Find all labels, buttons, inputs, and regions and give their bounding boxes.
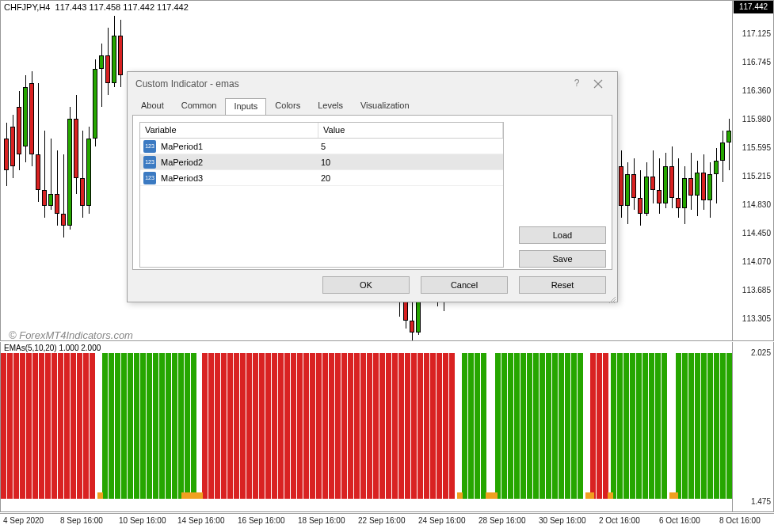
load-button[interactable]: Load — [519, 226, 606, 244]
indicator-bar — [284, 353, 290, 499]
resize-grip-icon[interactable] — [608, 292, 616, 300]
input-row[interactable]: 123MaPeriod210 — [140, 154, 503, 170]
input-row[interactable]: 123MaPeriod15 — [140, 139, 503, 154]
chart-symbol-label: CHFJPY,H4 117.443 117.458 117.442 117.44… — [4, 2, 189, 12]
indicator-small-bar — [589, 492, 594, 499]
input-variable: MaPeriod3 — [159, 173, 318, 183]
tab-inputs[interactable]: Inputs — [225, 98, 266, 116]
col-value: Value — [318, 123, 503, 138]
indicator-bar — [134, 353, 139, 499]
price-tick: 116.360 — [742, 86, 771, 95]
indicator-bars — [1, 353, 733, 499]
indicator-bar — [527, 353, 532, 499]
indicator-bar — [649, 353, 654, 499]
time-tick: 30 Sep 16:00 — [539, 516, 586, 525]
indicator-bar — [540, 353, 545, 499]
indicator-bar — [221, 353, 227, 499]
indicator-bar — [642, 353, 648, 499]
indicator-bar — [310, 353, 315, 499]
indicator-bar — [379, 353, 385, 499]
indicator-bar — [662, 353, 667, 499]
col-variable: Variable — [140, 123, 318, 138]
tab-colors[interactable]: Colors — [266, 97, 309, 115]
time-tick: 8 Oct 16:00 — [719, 516, 761, 525]
input-row[interactable]: 123MaPeriod320 — [140, 170, 503, 186]
indicator-bar — [246, 353, 252, 499]
indicator-bar — [514, 353, 520, 499]
indicator-bar — [64, 353, 70, 499]
indicator-bar — [688, 353, 694, 499]
indicator-bar — [90, 353, 95, 499]
cancel-button[interactable]: Cancel — [421, 276, 508, 294]
watermark-text: © ForexMT4Indicators.com — [9, 329, 133, 341]
indicator-bar — [720, 353, 726, 499]
time-tick: 6 Oct 16:00 — [659, 516, 700, 525]
indicator-tick: 1.475 — [751, 497, 771, 506]
time-tick: 16 Sep 16:00 — [238, 516, 285, 525]
tab-common[interactable]: Common — [173, 97, 226, 115]
indicator-bar — [26, 353, 32, 499]
time-tick: 2 Oct 16:00 — [599, 516, 640, 525]
indicator-bar — [559, 353, 564, 499]
save-button[interactable]: Save — [519, 250, 606, 268]
number-icon: 123 — [143, 140, 156, 153]
indicator-bar — [475, 353, 480, 499]
dialog-title: Custom Indicator - emas — [135, 78, 239, 89]
indicator-bar — [578, 353, 583, 499]
input-value[interactable]: 10 — [318, 158, 503, 167]
indicator-bar — [707, 353, 713, 499]
indicator-bar — [272, 353, 277, 499]
indicator-bar — [611, 353, 616, 499]
indicator-bar — [726, 353, 732, 499]
indicator-bar — [590, 353, 596, 499]
indicator-label: EMAs(5,10,20) 1.000 2.000 — [4, 344, 101, 352]
time-axis: 4 Sep 20208 Sep 16:0010 Sep 16:0014 Sep … — [0, 513, 774, 530]
indicator-bar — [58, 353, 63, 499]
indicator-bar — [1, 353, 6, 499]
indicator-bar — [623, 353, 629, 499]
indicator-bar — [202, 353, 208, 499]
help-button[interactable]: ? — [570, 78, 584, 92]
indicator-bar — [360, 353, 366, 499]
indicator-bar — [411, 353, 417, 499]
indicator-bar — [172, 353, 177, 499]
indicator-bar — [316, 353, 322, 499]
indicator-bar — [508, 353, 513, 499]
indicator-small-bar — [97, 492, 103, 499]
indicator-bar — [166, 353, 171, 499]
indicator-bar — [495, 353, 501, 499]
close-icon[interactable] — [593, 78, 608, 92]
tab-visualization[interactable]: Visualization — [352, 97, 418, 115]
reset-button[interactable]: Reset — [519, 276, 606, 294]
indicator-bar — [398, 353, 404, 499]
indicator-bar — [430, 353, 436, 499]
indicator-bar — [121, 353, 127, 499]
indicator-bar — [392, 353, 398, 499]
price-tick: 113.685 — [742, 286, 771, 294]
indicator-bar — [191, 353, 196, 499]
indicator-bar — [322, 353, 328, 499]
indicator-bar — [348, 353, 353, 499]
indicator-bar — [676, 353, 681, 499]
indicator-bar — [418, 353, 423, 499]
tab-about[interactable]: About — [132, 97, 173, 115]
indicator-small-bar — [608, 492, 613, 499]
indicator-bar — [13, 353, 19, 499]
grid-header: Variable Value — [140, 123, 503, 139]
indicator-bar — [443, 353, 448, 499]
number-icon: 123 — [143, 172, 156, 184]
inputs-grid[interactable]: Variable Value 123MaPeriod15123MaPeriod2… — [139, 122, 504, 268]
indicator-small-bar — [197, 492, 203, 499]
input-value[interactable]: 20 — [318, 173, 503, 183]
indicator-bar — [462, 353, 467, 499]
price-axis: 117.442 117.125116.745116.360115.980115.… — [733, 0, 774, 341]
tab-levels[interactable]: Levels — [309, 97, 352, 115]
indicator-bar — [386, 353, 391, 499]
indicator-bar — [341, 353, 347, 499]
input-value[interactable]: 5 — [318, 142, 503, 151]
indicator-bar — [109, 353, 114, 499]
ok-button[interactable]: OK — [322, 276, 410, 294]
indicator-subwindow[interactable]: EMAs(5,10,20) 1.000 2.000 — [0, 342, 733, 512]
input-variable: MaPeriod1 — [159, 142, 318, 151]
indicator-value-axis: 2.0251.475 — [733, 342, 774, 512]
